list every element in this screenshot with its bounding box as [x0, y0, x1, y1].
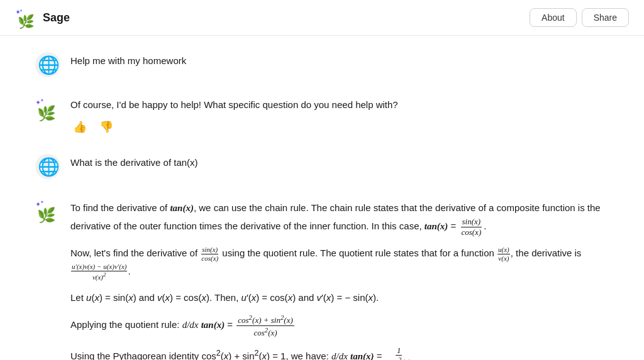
user-message-2: What is the derivative of tan(x)	[70, 153, 609, 170]
message-row: 🌐 What is the derivative of tan(x)	[35, 153, 609, 179]
user-avatar: 🌐	[35, 52, 60, 77]
assistant-avatar: ✦ ✦ 🌿	[35, 96, 60, 121]
svg-text:🌐: 🌐	[38, 156, 60, 177]
user-avatar-2: 🌐	[35, 154, 60, 179]
thumbs-up-button[interactable]: 👍	[70, 119, 89, 135]
svg-text:✦: ✦	[40, 200, 44, 204]
svg-text:✦: ✦	[40, 98, 44, 102]
math-line-1: To find the derivative of tan(x), we can…	[70, 199, 609, 237]
share-button[interactable]: Share	[582, 8, 629, 27]
assistant-message-math: To find the derivative of tan(x), we can…	[70, 197, 609, 360]
assistant-avatar-2: ✦ ✦ 🌿	[35, 198, 60, 223]
header-actions: About Share	[530, 8, 629, 27]
sage-logo-icon: ✦ ✦ 🌿	[15, 6, 38, 29]
user-message-1: Help me with my homework	[70, 51, 609, 68]
chat-container: 🌐 Help me with my homework ✦ ✦ 🌿 Of cour…	[20, 36, 624, 360]
svg-text:🌿: 🌿	[18, 13, 35, 29]
svg-text:🌿: 🌿	[37, 104, 56, 121]
message-row: ✦ ✦ 🌿 To find the derivative of tan(x), …	[35, 197, 609, 360]
math-line-3: Let u(x) = sin(x) and v(x) = cos(x). The…	[70, 289, 609, 306]
app-title: Sage	[43, 9, 70, 27]
message-row: ✦ ✦ 🌿 Of course, I'd be happy to help! W…	[35, 95, 609, 135]
message-row: 🌐 Help me with my homework	[35, 51, 609, 77]
math-line-5: Using the Pythagorean identity cos2(x) +…	[70, 346, 609, 360]
svg-text:✦: ✦	[19, 8, 23, 13]
math-line-4: Applying the quotient rule: d/dx tan(x) …	[70, 314, 609, 338]
app-header: ✦ ✦ 🌿 Sage About Share	[0, 0, 644, 36]
logo-area: ✦ ✦ 🌿 Sage	[15, 6, 70, 29]
assistant-message-1: Of course, I'd be happy to help! What sp…	[70, 95, 609, 135]
thumbs-down-button[interactable]: 👎	[97, 119, 116, 135]
feedback-row: 👍 👎	[70, 119, 609, 135]
svg-text:🌿: 🌿	[37, 206, 56, 223]
svg-text:🌐: 🌐	[38, 55, 60, 75]
about-button[interactable]: About	[530, 8, 577, 27]
math-line-2: Now, let's find the derivative of sin(x)…	[70, 244, 609, 281]
